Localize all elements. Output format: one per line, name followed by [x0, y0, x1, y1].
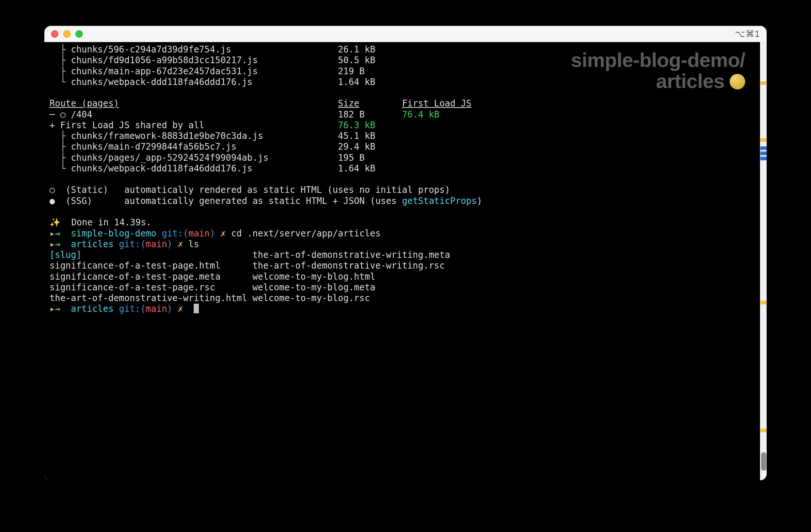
traffic-lights [51, 30, 83, 38]
terminal-output[interactable]: ├ chunks/596-c294a7d39d9fe754.js 26.1 kB… [44, 42, 760, 480]
gutter-mark [760, 301, 767, 304]
shortcut-hint: ⌥⌘1 [735, 29, 760, 39]
minimize-icon[interactable] [63, 30, 71, 38]
gutter-mark [760, 157, 767, 160]
scrollbar-gutter[interactable] [760, 42, 767, 480]
gutter-mark [760, 429, 767, 432]
terminal-window: ⌥⌘1 ├ chunks/596-c294a7d39d9fe754.js 26.… [44, 26, 767, 480]
gutter-mark [760, 146, 767, 150]
session-badge: simple-blog-demo/articles [571, 50, 745, 91]
cursor [194, 304, 199, 313]
scrollbar-thumb[interactable] [761, 452, 766, 471]
status-dot-icon [730, 74, 745, 89]
gutter-mark [760, 81, 767, 85]
gutter-mark [760, 151, 767, 155]
zoom-icon[interactable] [75, 30, 83, 38]
close-icon[interactable] [51, 30, 58, 38]
gutter-mark [760, 138, 767, 142]
titlebar: ⌥⌘1 [44, 26, 767, 42]
